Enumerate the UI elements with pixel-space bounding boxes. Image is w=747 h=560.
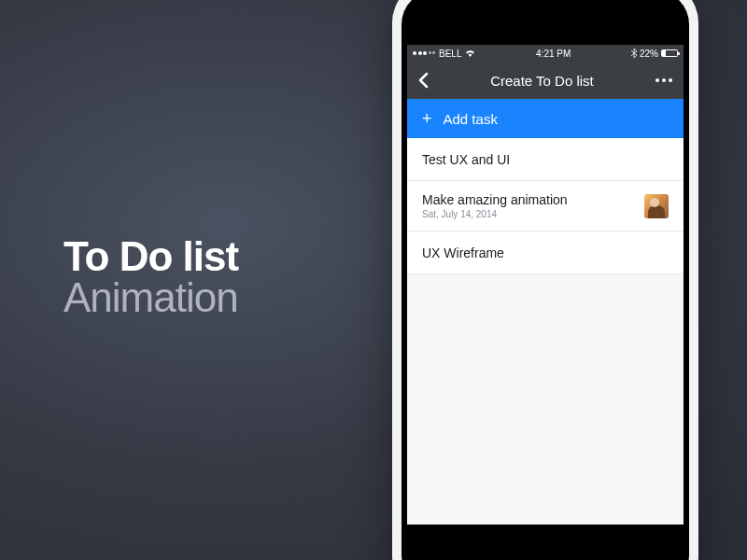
task-title: Make amazing animation xyxy=(422,192,644,207)
add-task-label: Add task xyxy=(444,111,498,127)
battery-icon xyxy=(661,49,678,57)
task-title: UX Wireframe xyxy=(422,245,669,260)
battery-percent: 22% xyxy=(640,49,658,59)
back-icon[interactable] xyxy=(418,72,429,89)
status-bar: BELL 4:21 PM 22% xyxy=(407,45,684,62)
promo-title: To Do list xyxy=(63,233,238,280)
status-right: 22% xyxy=(631,49,678,59)
phone-bezel: BELL 4:21 PM 22% Create To Do list + Add… xyxy=(402,0,689,560)
status-left: BELL xyxy=(413,49,475,59)
phone-device: BELL 4:21 PM 22% Create To Do list + Add… xyxy=(392,0,698,560)
promo-subtitle: Animation xyxy=(63,274,238,321)
carrier-label: BELL xyxy=(439,49,461,59)
promo-text: To Do list Animation xyxy=(63,233,238,321)
nav-bar: Create To Do list xyxy=(407,62,684,99)
task-item[interactable]: UX Wireframe xyxy=(407,231,684,274)
nav-title: Create To Do list xyxy=(490,73,594,89)
wifi-icon xyxy=(465,49,475,57)
status-time: 4:21 PM xyxy=(536,49,571,59)
task-item[interactable]: Make amazing animation Sat, July 14, 201… xyxy=(407,181,684,231)
task-item[interactable]: Test UX and UI xyxy=(407,138,684,181)
bluetooth-icon xyxy=(631,49,637,58)
plus-icon: + xyxy=(422,109,432,129)
add-task-button[interactable]: + Add task xyxy=(407,99,684,138)
signal-dots-icon xyxy=(413,51,435,55)
avatar xyxy=(644,194,669,218)
task-title: Test UX and UI xyxy=(422,152,669,167)
task-date: Sat, July 14, 2014 xyxy=(422,209,644,219)
task-list: Test UX and UI Make amazing animation Sa… xyxy=(407,138,684,274)
phone-screen: BELL 4:21 PM 22% Create To Do list + Add… xyxy=(407,45,684,525)
more-icon[interactable] xyxy=(655,78,672,82)
